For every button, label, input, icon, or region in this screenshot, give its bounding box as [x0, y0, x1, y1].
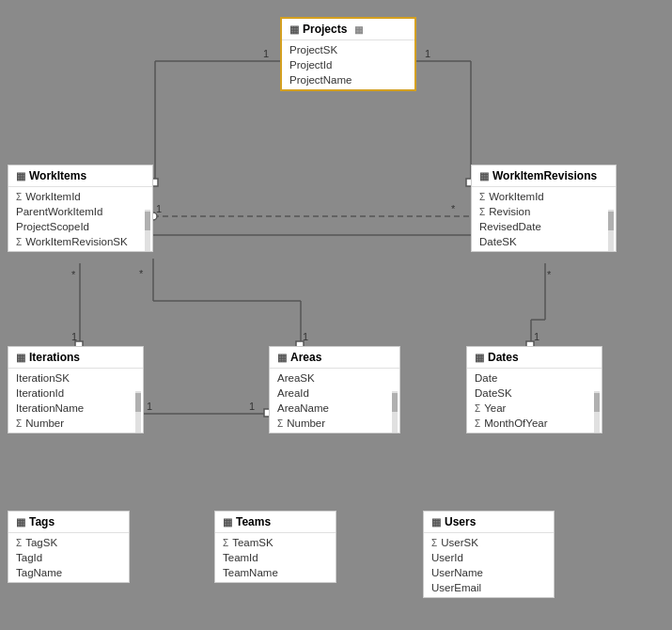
field-teamid: TeamId: [215, 550, 336, 565]
table-title-tags: Tags: [29, 515, 55, 528]
svg-text:*: *: [139, 268, 144, 279]
table-title-teams: Teams: [236, 515, 271, 528]
table-body-users: Σ UserSK UserId UserName UserEmail: [424, 533, 554, 597]
field-monthofyear: Σ MonthOfYear: [467, 416, 592, 431]
table-body-workitems: Σ WorkItemId ParentWorkItemId ProjectSco…: [8, 187, 152, 251]
field-areaname: AreaName: [270, 401, 390, 416]
table-teams[interactable]: ▦ Teams Σ TeamSK TeamId TeamName: [214, 511, 336, 583]
table-body-teams: Σ TeamSK TeamId TeamName: [215, 533, 336, 582]
table-header-teams: ▦ Teams: [215, 512, 336, 533]
field-areask: AreaSK: [270, 370, 390, 386]
svg-text:1: 1: [263, 48, 269, 59]
table-workitemrevisions[interactable]: ▦ WorkItemRevisions Σ WorkItemId Σ Revis…: [471, 165, 617, 252]
scrollbar-dates[interactable]: [594, 391, 600, 433]
table-title-dates: Dates: [488, 351, 519, 364]
table-expand-icon-projects[interactable]: ▦: [354, 24, 363, 35]
table-title-projects: Projects: [303, 23, 347, 36]
svg-text:1: 1: [249, 401, 255, 412]
svg-text:1: 1: [303, 331, 308, 342]
field-parentworkitemid: ParentWorkItemId: [8, 204, 143, 219]
field-iterationsk: IterationSK: [8, 370, 133, 386]
field-useremail: UserEmail: [424, 580, 554, 595]
table-header-iterations: ▦ Iterations: [8, 347, 143, 369]
field-iteration-number: Σ Number: [8, 416, 133, 431]
field-teamsk: Σ TeamSK: [215, 535, 336, 550]
field-projectsk: ProjectSK: [282, 42, 414, 57]
table-areas[interactable]: ▦ Areas AreaSK AreaId AreaName Σ Number: [269, 346, 400, 433]
table-title-users: Users: [445, 515, 476, 528]
scrollbar-workitemrevisions[interactable]: [608, 210, 614, 251]
diagram-canvas: 1 * 1 * 1 * * * * 1 * 1 1 1: [0, 0, 672, 630]
field-workitemid: Σ WorkItemId: [8, 189, 143, 204]
field-reviseddate: RevisedDate: [472, 219, 606, 234]
svg-text:1: 1: [425, 48, 430, 59]
field-usersk: Σ UserSK: [424, 535, 554, 550]
table-tags[interactable]: ▦ Tags Σ TagSK TagId TagName: [8, 511, 130, 583]
field-wir-workitemid: Σ WorkItemId: [472, 189, 606, 204]
table-workitems[interactable]: ▦ WorkItems Σ WorkItemId ParentWorkItemI…: [8, 165, 153, 252]
table-iterations[interactable]: ▦ Iterations IterationSK IterationId Ite…: [8, 346, 144, 433]
table-body-projects: ProjectSK ProjectId ProjectName: [282, 40, 414, 89]
table-icon-projects: ▦: [289, 24, 299, 36]
table-header-workitemrevisions: ▦ WorkItemRevisions: [472, 165, 616, 187]
table-users[interactable]: ▦ Users Σ UserSK UserId UserName UserEma…: [423, 511, 555, 598]
svg-text:*: *: [71, 269, 76, 280]
table-header-workitems: ▦ WorkItems: [8, 165, 152, 187]
field-dates-datesk: DateSK: [467, 386, 592, 401]
field-userid: UserId: [424, 550, 554, 565]
field-tagsk: Σ TagSK: [8, 535, 129, 550]
svg-text:*: *: [451, 203, 456, 214]
table-title-areas: Areas: [290, 351, 321, 364]
scrollbar-areas[interactable]: [392, 391, 398, 433]
table-body-workitemrevisions: Σ WorkItemId Σ Revision RevisedDate Date…: [472, 187, 616, 251]
table-header-users: ▦ Users: [424, 512, 554, 533]
table-title-workitems: WorkItems: [29, 169, 86, 182]
scrollbar-iterations[interactable]: [135, 391, 141, 433]
table-title-workitemrevisions: WorkItemRevisions: [492, 169, 597, 182]
field-iterationname: IterationName: [8, 401, 133, 416]
table-body-areas: AreaSK AreaId AreaName Σ Number: [270, 369, 399, 433]
scrollbar-workitems[interactable]: [145, 210, 150, 251]
field-revision: Σ Revision: [472, 204, 606, 219]
field-year: Σ Year: [467, 401, 592, 416]
svg-text:1: 1: [147, 401, 152, 412]
table-header-projects: ▦ Projects ▦: [282, 19, 414, 40]
field-area-number: Σ Number: [270, 416, 390, 431]
svg-text:1: 1: [156, 203, 162, 214]
table-body-dates: Date DateSK Σ Year Σ MonthOfYear: [467, 369, 602, 433]
table-header-dates: ▦ Dates: [467, 347, 602, 369]
field-tagid: TagId: [8, 550, 129, 565]
field-projectid: ProjectId: [282, 57, 414, 72]
table-body-tags: Σ TagSK TagId TagName: [8, 533, 129, 582]
field-username: UserName: [424, 565, 554, 580]
field-projectscopeid: ProjectScopeId: [8, 219, 143, 234]
svg-text:1: 1: [534, 331, 539, 342]
table-title-iterations: Iterations: [29, 351, 80, 364]
field-iterationid: IterationId: [8, 386, 133, 401]
table-dates[interactable]: ▦ Dates Date DateSK Σ Year Σ MonthOfYear: [466, 346, 602, 433]
field-projectname: ProjectName: [282, 72, 414, 87]
field-teamname: TeamName: [215, 565, 336, 580]
field-date: Date: [467, 370, 592, 386]
table-projects[interactable]: ▦ Projects ▦ ProjectSK ProjectId Project…: [280, 17, 416, 91]
table-header-tags: ▦ Tags: [8, 512, 129, 533]
table-body-iterations: IterationSK IterationId IterationName Σ …: [8, 369, 143, 433]
field-datesk: DateSK: [472, 234, 606, 249]
svg-text:*: *: [547, 269, 552, 280]
table-header-areas: ▦ Areas: [270, 347, 399, 369]
field-workitemrevisionsk: Σ WorkItemRevisionSK: [8, 234, 143, 249]
svg-text:1: 1: [71, 331, 77, 342]
field-tagname: TagName: [8, 565, 129, 580]
field-areaid: AreaId: [270, 386, 390, 401]
